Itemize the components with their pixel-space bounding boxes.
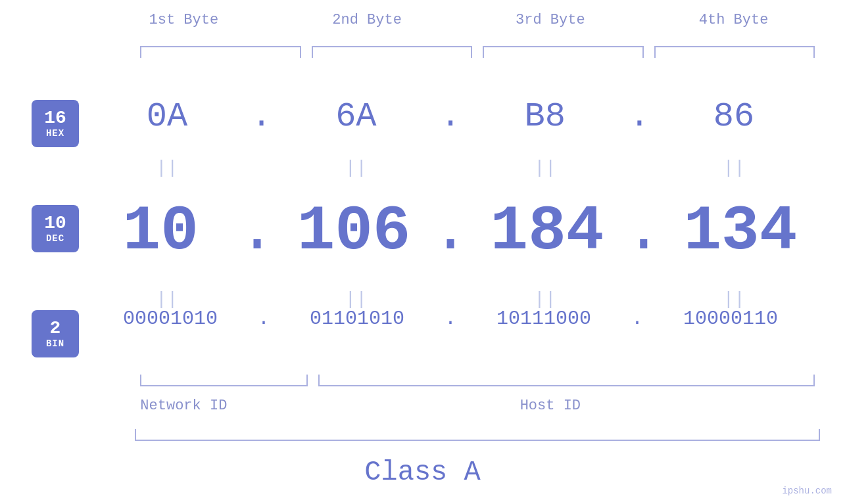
dec-val-b4: 134	[665, 196, 815, 267]
bin-val-b4: 10000110	[646, 308, 815, 330]
eq-gap-2	[437, 158, 464, 178]
bracket-top	[135, 46, 820, 58]
host-id-label: Host ID	[276, 398, 825, 414]
hex-row: 0A . 6A . B8 . 86	[85, 97, 815, 136]
bin-badge: 2 BIN	[32, 310, 79, 357]
watermark: ipshu.com	[782, 486, 832, 496]
dec-row: 10 . 106 . 184 . 134	[85, 196, 815, 267]
eq-gap-4	[249, 289, 275, 309]
dec-badge: 10 DEC	[32, 205, 79, 252]
hex-badge: 16 HEX	[32, 100, 79, 147]
dot-bin-2: .	[442, 308, 459, 330]
network-id-label: Network ID	[92, 398, 276, 414]
bracket-top-b1	[140, 46, 301, 58]
id-labels: Network ID Host ID	[92, 398, 825, 414]
bin-val-b3: 10111000	[459, 308, 629, 330]
hex-val-b4: 86	[652, 97, 815, 136]
bracket-bottom-network	[140, 375, 308, 386]
dot-dec-2: .	[429, 196, 472, 267]
eq-2-b1: ||	[85, 289, 249, 309]
eq-gap-1	[249, 158, 275, 178]
bin-badge-label: BIN	[46, 338, 64, 349]
hex-val-b3: B8	[464, 97, 627, 136]
eq-2-b4: ||	[653, 289, 816, 309]
class-label: Class A	[0, 457, 845, 488]
hex-badge-label: HEX	[46, 128, 64, 139]
eq-1-b2: ||	[275, 158, 438, 178]
bin-val-b2: 01101010	[272, 308, 442, 330]
byte-header-1: 1st Byte	[92, 12, 276, 28]
eq-2-b2: ||	[275, 289, 438, 309]
dot-hex-3: .	[627, 97, 652, 136]
dot-dec-3: .	[622, 196, 665, 267]
eq-1-b1: ||	[85, 158, 249, 178]
eq-2-b3: ||	[464, 289, 627, 309]
bracket-top-b3	[483, 46, 644, 58]
dec-badge-label: DEC	[46, 233, 64, 244]
bracket-class	[135, 429, 820, 441]
bracket-bottom-host	[318, 375, 815, 386]
eq-1-b4: ||	[653, 158, 816, 178]
bracket-top-b2	[312, 46, 473, 58]
hex-badge-number: 16	[44, 108, 66, 129]
eq-gap-6	[627, 289, 653, 309]
equals-row-1: || || || ||	[85, 158, 815, 178]
main-container: 16 HEX 10 DEC 2 BIN 1st Byte 2nd Byte 3r…	[0, 0, 845, 504]
eq-1-b3: ||	[464, 158, 627, 178]
dec-val-b2: 106	[279, 196, 429, 267]
bin-val-b1: 00001010	[85, 308, 255, 330]
dec-val-b1: 10	[85, 196, 235, 267]
byte-headers: 1st Byte 2nd Byte 3rd Byte 4th Byte	[92, 12, 825, 28]
dec-val-b3: 184	[472, 196, 622, 267]
bin-row: 00001010 . 01101010 . 10111000 . 1000011…	[85, 308, 815, 330]
eq-gap-5	[437, 289, 464, 309]
equals-row-2: || || || ||	[85, 289, 815, 309]
hex-val-b1: 0A	[85, 97, 249, 136]
dot-hex-1: .	[249, 97, 274, 136]
byte-header-2: 2nd Byte	[276, 12, 459, 28]
eq-gap-3	[627, 158, 653, 178]
hex-val-b2: 6A	[274, 97, 437, 136]
bin-badge-number: 2	[50, 319, 61, 339]
dec-badge-number: 10	[44, 214, 66, 234]
byte-header-4: 4th Byte	[642, 12, 825, 28]
dot-dec-1: .	[235, 196, 279, 267]
dot-bin-3: .	[629, 308, 646, 330]
dot-hex-2: .	[437, 97, 463, 136]
dot-bin-1: .	[255, 308, 272, 330]
byte-header-3: 3rd Byte	[459, 12, 642, 28]
bracket-bottom	[135, 375, 820, 386]
bracket-top-b4	[654, 46, 815, 58]
